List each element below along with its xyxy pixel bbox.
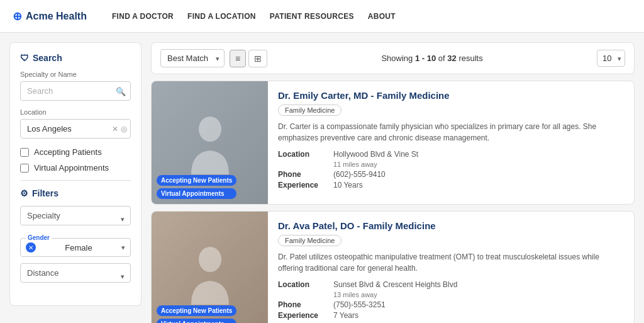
virtual-appointments-badge-2: Virtual Appointments — [157, 319, 236, 323]
specialty-tag-1: Family Medicine — [278, 105, 341, 116]
specialty-tag-2: Family Medicine — [278, 235, 341, 246]
nav-find-location[interactable]: FIND A LOCATION — [187, 12, 256, 21]
experience-value-2: 7 Years — [333, 311, 624, 320]
specialty-filter-wrap: Specialty — [20, 206, 131, 232]
list-view-button[interactable]: ≡ — [230, 50, 246, 67]
search-icon-button[interactable]: 🔍 — [116, 86, 126, 96]
doctor-silhouette-icon-2 — [185, 242, 235, 305]
distance-filter[interactable]: Distance — [20, 263, 131, 283]
accepting-patients-badge-2: Accepting New Patients — [157, 305, 236, 316]
doctor-silhouette-icon — [185, 111, 235, 174]
doctor-photo-1: Accepting New Patients Virtual Appointme… — [152, 81, 268, 204]
phone-value-2: (750)-555-3251 — [333, 300, 624, 309]
experience-value-1: 10 Years — [333, 181, 624, 190]
doctor-photo-2: Accepting New Patients Virtual Appointme… — [152, 212, 268, 323]
main-nav: FIND A DOCTOR FIND A LOCATION PATIENT RE… — [112, 12, 396, 21]
logo-icon: ⊕ — [13, 9, 22, 23]
logo-text: Acme Health — [26, 11, 87, 22]
accepting-patients-row: Accepting Patients — [20, 147, 131, 157]
accepting-patients-checkbox[interactable] — [20, 148, 29, 157]
main-layout: 🛡 Search Specialty or Name 🔍 Location ✕ … — [0, 33, 644, 323]
toolbar-left: Best Match ≡ ⊞ — [160, 49, 267, 67]
logo[interactable]: ⊕ Acme Health — [13, 9, 87, 23]
filters-title: ⚙ Filters — [20, 188, 131, 198]
filters-label: Filters — [32, 188, 58, 198]
view-toggle: ≡ ⊞ — [230, 50, 267, 67]
svg-point-1 — [199, 247, 221, 272]
search-input-wrap: 🔍 — [20, 81, 131, 101]
phone-value-1: (602)-555-9410 — [333, 170, 624, 179]
results-showing-text: Showing — [381, 54, 413, 63]
sidebar-divider — [20, 180, 131, 181]
experience-label-2: Experience — [278, 311, 328, 320]
sidebar: 🛡 Search Specialty or Name 🔍 Location ✕ … — [9, 42, 142, 306]
location-label-1: Location — [278, 150, 328, 159]
doctor-2-badges: Accepting New Patients Virtual Appointme… — [157, 305, 236, 323]
results-area: Best Match ≡ ⊞ Showing 1 - 10 of 32 resu… — [151, 42, 635, 323]
accepting-patients-label: Accepting Patients — [34, 147, 102, 157]
per-page-select[interactable]: 10 — [597, 50, 625, 67]
results-total: 32 — [447, 54, 456, 63]
sort-select-wrap: Best Match — [160, 49, 225, 67]
experience-label-1: Experience — [278, 181, 328, 190]
location-wrap: ✕ ◎ — [20, 119, 131, 139]
phone-label-2: Phone — [278, 300, 328, 309]
gender-clear-button[interactable]: ✕ — [26, 242, 36, 252]
results-count: Showing 1 - 10 of 32 results — [381, 54, 482, 63]
header: ⊕ Acme Health FIND A DOCTOR FIND A LOCAT… — [0, 0, 644, 33]
results-unit: results — [458, 54, 482, 63]
results-toolbar: Best Match ≡ ⊞ Showing 1 - 10 of 32 resu… — [151, 42, 635, 74]
distance-filter-wrap: Distance — [20, 263, 131, 289]
specialty-label: Specialty or Name — [20, 71, 131, 78]
virtual-appointments-checkbox[interactable] — [20, 164, 29, 173]
location-value-2: Sunset Blvd & Crescent Heights Blvd — [333, 280, 624, 289]
gender-inner: ✕ Female ▾ — [26, 240, 125, 252]
doctor-bio-2: Dr. Patel utilizes osteopathic manipulat… — [278, 251, 624, 274]
search-input[interactable] — [20, 81, 131, 101]
svg-point-0 — [199, 116, 221, 142]
clear-location-icon[interactable]: ✕ — [112, 125, 118, 133]
doctor-card-2: Accepting New Patients Virtual Appointme… — [151, 211, 635, 323]
shield-icon: 🛡 — [20, 53, 29, 63]
search-section-header: 🛡 Search — [20, 53, 131, 63]
nav-about[interactable]: ABOUT — [368, 12, 396, 21]
doctor-info-1: Dr. Emily Carter, MD - Family Medicine F… — [268, 81, 634, 204]
doctor-1-badges: Accepting New Patients Virtual Appointme… — [157, 175, 236, 199]
phone-label-1: Phone — [278, 170, 328, 179]
virtual-appointments-badge-1: Virtual Appointments — [157, 188, 236, 199]
doctor-name-2: Dr. Ava Patel, DO - Family Medicine — [278, 220, 624, 231]
accepting-patients-badge-1: Accepting New Patients — [157, 175, 236, 186]
virtual-appointments-label: Virtual Appointments — [34, 163, 109, 173]
doctor-name-1: Dr. Emily Carter, MD - Family Medicine — [278, 90, 624, 101]
specialty-filter[interactable]: Specialty — [20, 206, 131, 225]
virtual-appointments-row: Virtual Appointments — [20, 163, 131, 173]
filters-icon: ⚙ — [20, 188, 28, 198]
gender-legend: Gender — [26, 234, 52, 241]
gender-value: Female — [65, 243, 92, 252]
geolocate-icon[interactable]: ◎ — [121, 125, 127, 133]
location-label-2: Location — [278, 280, 328, 289]
doctor-info-2: Dr. Ava Patel, DO - Family Medicine Fami… — [268, 212, 634, 323]
per-page-select-wrap: 10 — [597, 50, 625, 67]
results-range: 1 - 10 — [415, 54, 436, 63]
results-of-text: of — [438, 54, 447, 63]
doctor-card: Accepting New Patients Virtual Appointme… — [151, 81, 635, 205]
gender-field[interactable]: Gender ✕ Female ▾ — [20, 238, 131, 257]
doctor-details-2: Location Sunset Blvd & Crescent Heights … — [278, 280, 624, 320]
location-value-1: Hollywood Blvd & Vine St — [333, 150, 624, 159]
grid-view-button[interactable]: ⊞ — [248, 50, 267, 67]
search-section-title: Search — [33, 53, 62, 63]
doctor-bio-1: Dr. Carter is a compassionate family phy… — [278, 121, 624, 144]
distance-1: 11 miles away — [333, 161, 624, 168]
nav-find-doctor[interactable]: FIND A DOCTOR — [112, 12, 174, 21]
sort-select[interactable]: Best Match — [160, 49, 225, 67]
location-label: Location — [20, 108, 131, 116]
distance-2: 13 miles away — [333, 291, 624, 298]
gender-dropdown-icon: ▾ — [121, 244, 125, 252]
per-page-wrap: 10 — [597, 50, 625, 67]
doctor-details-1: Location Hollywood Blvd & Vine St 11 mil… — [278, 150, 624, 190]
nav-patient-resources[interactable]: PATIENT RESOURCES — [270, 12, 354, 21]
location-icons: ✕ ◎ — [112, 125, 127, 133]
